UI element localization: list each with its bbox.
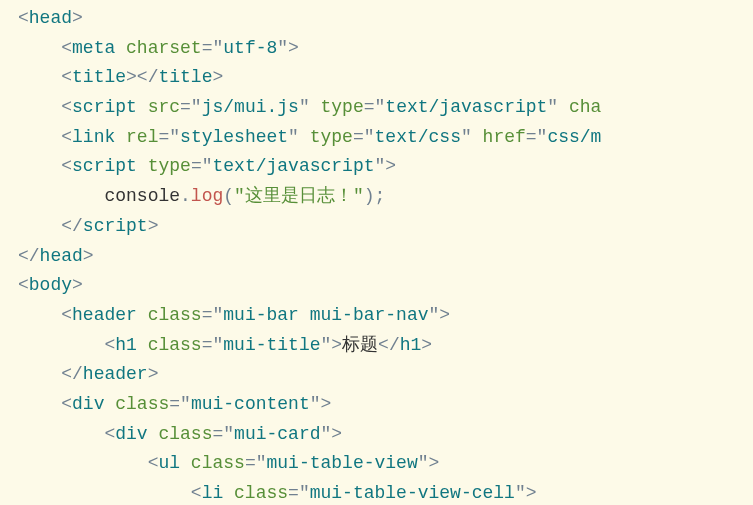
code-token-attr-name: type <box>321 97 364 117</box>
code-token-punct: =" <box>180 97 202 117</box>
code-token-punct: </ <box>18 246 40 266</box>
code-token-punct: =" <box>526 127 548 147</box>
code-token-attr-name: class <box>148 335 202 355</box>
code-token-text-content: console <box>104 186 180 206</box>
code-token-punct: > <box>421 335 432 355</box>
code-line[interactable]: <ul class="mui-table-view"> <box>0 449 753 479</box>
code-token-punct: ; <box>375 186 386 206</box>
code-token-tag-name: li <box>202 483 224 503</box>
code-token-punct: " <box>461 127 483 147</box>
code-token-attr-value: stylesheet <box>180 127 288 147</box>
code-line[interactable]: <body> <box>0 271 753 301</box>
code-token-punct: " <box>547 97 569 117</box>
code-token-punct: "> <box>310 394 332 414</box>
code-line[interactable]: </head> <box>0 242 753 272</box>
code-token-punct: < <box>61 305 72 325</box>
code-token-attr-name: charset <box>126 38 202 58</box>
code-token-punct: > <box>83 246 94 266</box>
code-token-punct: "> <box>277 38 299 58</box>
code-token-attr-name: type <box>148 156 191 176</box>
code-line[interactable]: console.log("这里是日志！"); <box>0 182 753 212</box>
code-token-punct: < <box>61 38 72 58</box>
code-token-method: log <box>191 186 223 206</box>
code-line[interactable]: </header> <box>0 360 753 390</box>
code-token-punct: =" <box>353 127 375 147</box>
code-token-punct: =" <box>202 335 224 355</box>
code-token-tag-name: header <box>83 364 148 384</box>
code-token-attr-name: class <box>148 305 202 325</box>
code-token-punct <box>115 38 126 58</box>
code-line[interactable]: <script src="js/mui.js" type="text/javas… <box>0 93 753 123</box>
code-editor-view[interactable]: <head> <meta charset="utf-8"> <title></t… <box>0 4 753 505</box>
code-token-tag-name: head <box>40 246 83 266</box>
code-token-tag-name: body <box>29 275 72 295</box>
code-token-punct: > <box>72 275 83 295</box>
code-token-tag-name: script <box>72 97 137 117</box>
code-token-tag-name: header <box>72 305 137 325</box>
code-token-punct: . <box>180 186 191 206</box>
code-token-tag-name: h1 <box>115 335 137 355</box>
code-token-attr-value: css/m <box>547 127 601 147</box>
code-line[interactable]: <head> <box>0 4 753 34</box>
code-token-punct <box>115 127 126 147</box>
code-line[interactable]: <li class="mui-table-view-cell"> <box>0 479 753 505</box>
code-token-punct: > <box>212 67 223 87</box>
code-token-attr-name: class <box>234 483 288 503</box>
code-token-punct <box>223 483 234 503</box>
code-token-punct: </ <box>61 364 83 384</box>
code-token-punct: < <box>61 394 72 414</box>
code-token-attr-value: text/javascript <box>385 97 547 117</box>
code-line[interactable]: <h1 class="mui-title">标题</h1> <box>0 331 753 361</box>
code-token-string-literal: "这里是日志！" <box>234 186 364 206</box>
code-token-punct <box>180 453 191 473</box>
code-token-punct <box>137 97 148 117</box>
code-line[interactable]: <link rel="stylesheet" type="text/css" h… <box>0 123 753 153</box>
code-token-attr-value: js/mui.js <box>202 97 299 117</box>
code-token-punct: < <box>61 127 72 147</box>
code-line[interactable]: <header class="mui-bar mui-bar-nav"> <box>0 301 753 331</box>
code-token-punct: > <box>148 364 159 384</box>
code-token-tag-name: meta <box>72 38 115 58</box>
code-token-punct <box>137 156 148 176</box>
code-token-punct: =" <box>202 38 224 58</box>
code-token-punct: "> <box>515 483 537 503</box>
code-token-punct: =" <box>212 424 234 444</box>
code-token-attr-name: rel <box>126 127 158 147</box>
code-token-punct: < <box>61 97 72 117</box>
code-token-punct <box>137 305 148 325</box>
code-token-tag-name: head <box>29 8 72 28</box>
code-token-tag-name: h1 <box>400 335 422 355</box>
code-token-punct: =" <box>191 156 213 176</box>
code-line[interactable]: <script type="text/javascript"> <box>0 152 753 182</box>
code-token-punct: =" <box>158 127 180 147</box>
code-token-tag-name: ul <box>158 453 180 473</box>
code-line[interactable]: </script> <box>0 212 753 242</box>
code-token-tag-name: div <box>115 424 147 444</box>
code-token-attr-name: type <box>310 127 353 147</box>
code-token-attr-value: mui-table-view <box>266 453 417 473</box>
code-line[interactable]: <div class="mui-content"> <box>0 390 753 420</box>
code-token-tag-name: link <box>72 127 115 147</box>
code-line[interactable]: <title></title> <box>0 63 753 93</box>
code-token-punct: =" <box>245 453 267 473</box>
code-token-punct: < <box>104 335 115 355</box>
code-token-punct: > <box>72 8 83 28</box>
code-token-punct: < <box>61 67 72 87</box>
code-token-punct: "> <box>321 335 343 355</box>
code-token-punct: "> <box>429 305 451 325</box>
code-token-punct: < <box>191 483 202 503</box>
code-token-punct: " <box>288 127 310 147</box>
code-line[interactable]: <meta charset="utf-8"> <box>0 34 753 64</box>
code-token-tag-name: div <box>72 394 104 414</box>
code-token-punct: ) <box>364 186 375 206</box>
code-token-attr-name: class <box>191 453 245 473</box>
code-token-punct: > <box>148 216 159 236</box>
code-token-attr-value: utf-8 <box>223 38 277 58</box>
code-token-attr-name: class <box>158 424 212 444</box>
code-token-punct <box>104 394 115 414</box>
code-token-punct: </ <box>378 335 400 355</box>
code-token-punct: " <box>299 97 321 117</box>
code-token-attr-name: class <box>115 394 169 414</box>
code-token-punct: < <box>104 424 115 444</box>
code-line[interactable]: <div class="mui-card"> <box>0 420 753 450</box>
